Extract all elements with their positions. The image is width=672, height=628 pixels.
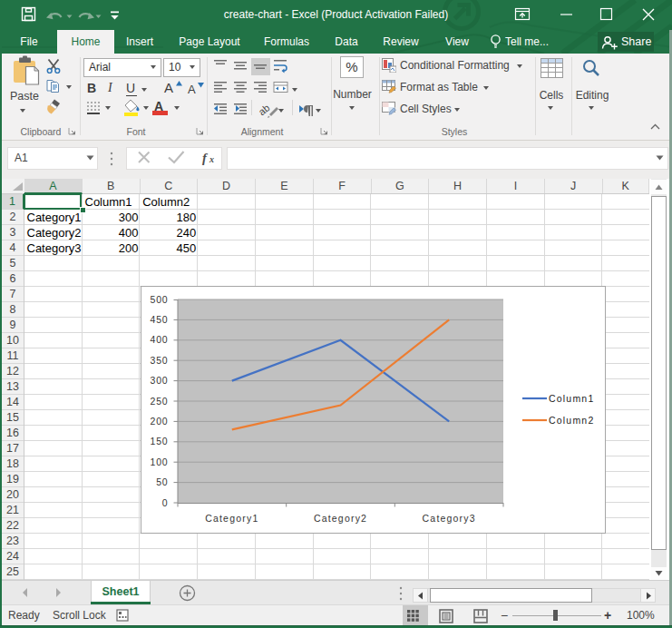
svg-text:Category2: Category2 [314, 513, 367, 524]
svg-text:Column2: Column2 [549, 415, 594, 426]
svg-text:Category3: Category3 [423, 513, 476, 524]
svg-text:100: 100 [151, 456, 169, 467]
svg-text:50: 50 [156, 476, 168, 487]
svg-text:f: f [202, 151, 209, 165]
svg-text:Column1: Column1 [549, 393, 594, 404]
svg-text:400: 400 [151, 334, 169, 345]
svg-text:x: x [209, 154, 214, 164]
svg-text:250: 250 [151, 396, 169, 407]
svg-text:450: 450 [151, 314, 169, 325]
svg-text:Category1: Category1 [205, 513, 258, 524]
svg-text:500: 500 [151, 294, 169, 305]
svg-text:0: 0 [162, 497, 169, 508]
svg-text:150: 150 [151, 436, 169, 446]
svg-text:300: 300 [151, 375, 169, 386]
svg-text:ab: ab [257, 102, 272, 117]
svg-text:350: 350 [151, 355, 169, 366]
svg-text:200: 200 [151, 416, 169, 427]
